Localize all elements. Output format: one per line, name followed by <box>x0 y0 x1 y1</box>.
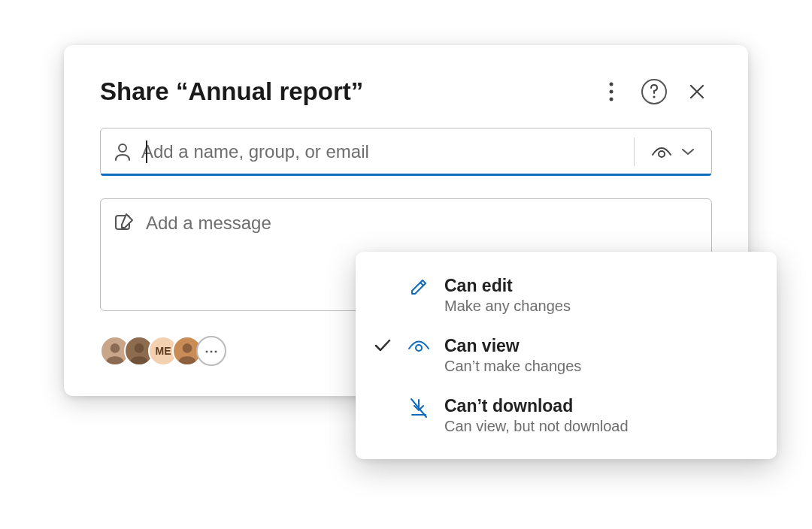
dialog-title: Share “Annual report” <box>100 77 363 106</box>
more-vertical-icon <box>609 82 614 101</box>
svg-point-3 <box>653 95 655 98</box>
permission-selector[interactable] <box>634 138 711 166</box>
check-icon <box>372 336 393 352</box>
perm-option-desc: Can’t make changes <box>444 358 756 375</box>
header-actions <box>596 77 712 107</box>
recipient-input-row <box>100 128 712 176</box>
shared-with-avatars[interactable]: ME⋯ <box>100 336 226 366</box>
chevron-down-icon <box>681 147 695 156</box>
svg-point-8 <box>135 343 144 353</box>
no-download-icon <box>407 396 431 419</box>
close-icon <box>689 83 705 100</box>
perm-option-title: Can’t download <box>444 396 756 416</box>
compose-icon <box>114 213 134 232</box>
share-dialog: Share “Annual report” ME⋯ <box>64 45 748 396</box>
svg-point-4 <box>119 144 126 152</box>
eye-icon <box>651 144 672 159</box>
text-caret <box>146 141 147 163</box>
perm-option-cant-download[interactable]: Can’t downloadCan view, but not download <box>356 385 777 446</box>
perm-option-title: Can view <box>444 336 756 356</box>
avatar-more[interactable]: ⋯ <box>196 336 226 366</box>
perm-option-desc: Make any changes <box>444 298 756 315</box>
more-options-button[interactable] <box>596 77 626 107</box>
svg-point-7 <box>111 343 120 353</box>
check-icon <box>372 276 393 279</box>
perm-option-title: Can edit <box>444 276 756 296</box>
svg-point-10 <box>416 345 422 351</box>
help-button[interactable] <box>641 79 667 104</box>
close-button[interactable] <box>682 77 712 107</box>
dialog-header: Share “Annual report” <box>100 77 712 107</box>
perm-option-desc: Can view, but not download <box>444 418 756 435</box>
svg-point-2 <box>610 98 614 101</box>
perm-option-can-edit[interactable]: Can editMake any changes <box>356 265 777 325</box>
svg-point-1 <box>610 90 614 94</box>
svg-point-9 <box>183 343 192 353</box>
person-icon <box>114 143 131 161</box>
svg-point-0 <box>610 83 614 86</box>
pencil-icon <box>407 276 431 297</box>
check-icon <box>372 396 393 399</box>
eye-icon <box>407 336 431 354</box>
perm-option-can-view[interactable]: Can viewCan’t make changes <box>356 325 777 385</box>
question-icon <box>649 84 659 99</box>
recipient-input[interactable] <box>141 141 620 162</box>
recipient-input-area[interactable] <box>101 128 634 175</box>
permission-dropdown: Can editMake any changesCan viewCan’t ma… <box>356 252 777 459</box>
svg-point-5 <box>659 151 665 157</box>
